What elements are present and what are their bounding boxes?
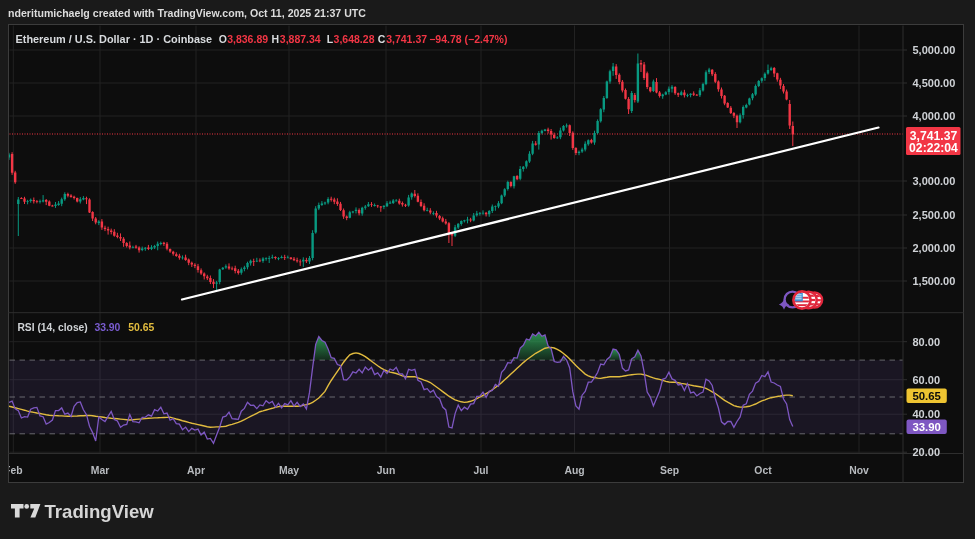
svg-text:RSI (14, close): RSI (14, close) [17, 322, 87, 333]
svg-text:33.90: 33.90 [912, 421, 941, 433]
svg-text:Ethereum / U.S. Dollar · 1D ·: Ethereum / U.S. Dollar · 1D · Coinbase [16, 33, 213, 45]
svg-text:2,000.00: 2,000.00 [913, 242, 956, 254]
svg-text:3,000.00: 3,000.00 [913, 175, 956, 187]
svg-text:20.00: 20.00 [913, 446, 941, 458]
svg-text:3,836.89: 3,836.89 [227, 33, 268, 45]
svg-text:C: C [378, 33, 386, 45]
svg-text:40.00: 40.00 [913, 408, 941, 420]
svg-text:5,000.00: 5,000.00 [913, 44, 956, 56]
svg-text:02:22:04: 02:22:04 [909, 141, 958, 155]
svg-text:4,500.00: 4,500.00 [913, 77, 956, 89]
svg-text:H: H [271, 33, 279, 45]
svg-text:33.90: 33.90 [94, 322, 120, 333]
svg-text:60.00: 60.00 [913, 374, 941, 386]
svg-text:Mar: Mar [91, 465, 109, 476]
svg-text:May: May [279, 465, 299, 476]
svg-text:50.65: 50.65 [912, 390, 941, 402]
svg-text:Jun: Jun [377, 465, 395, 476]
svg-text:O: O [219, 33, 227, 45]
svg-text:Aug: Aug [564, 465, 584, 476]
svg-text:4,000.00: 4,000.00 [913, 110, 956, 122]
svg-text:3,741.37: 3,741.37 [386, 33, 427, 45]
svg-text:50.65: 50.65 [128, 322, 154, 333]
svg-text:Apr: Apr [187, 465, 205, 476]
svg-text:3,887.34: 3,887.34 [280, 33, 321, 45]
svg-text:1,500.00: 1,500.00 [913, 275, 956, 287]
svg-text:−94.78 (−2.47%): −94.78 (−2.47%) [429, 33, 507, 45]
svg-text:Sep: Sep [660, 465, 679, 476]
svg-text:2,500.00: 2,500.00 [913, 209, 956, 221]
svg-text:Jul: Jul [473, 465, 488, 476]
svg-text:3,648.28: 3,648.28 [334, 33, 375, 45]
svg-text:Nov: Nov [849, 465, 869, 476]
svg-text:TradingView: TradingView [45, 501, 155, 522]
svg-text:Oct: Oct [754, 465, 772, 476]
svg-text:nderitumichaelg created with T: nderitumichaelg created with TradingView… [8, 7, 366, 19]
svg-text:80.00: 80.00 [913, 336, 941, 348]
